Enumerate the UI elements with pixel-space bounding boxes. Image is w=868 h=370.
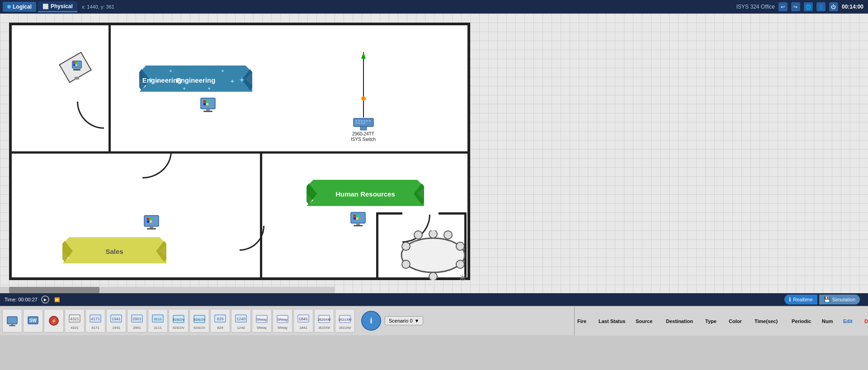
- svg-text:3111: 3111: [154, 317, 162, 321]
- svg-rect-16: [366, 120, 368, 122]
- scenario-dropdown[interactable]: Scenario 0 ▼: [385, 316, 423, 325]
- svg-point-48: [456, 242, 464, 250]
- toolbar-btn-2[interactable]: SW: [23, 309, 43, 333]
- col-num: Num: [822, 318, 838, 324]
- svg-text:2901: 2901: [132, 317, 142, 321]
- svg-rect-42: [354, 217, 356, 220]
- toolbar-btn-6[interactable]: 1941 1941: [106, 309, 126, 333]
- toolbar-btn-13[interactable]: 5Relay 5Relay: [252, 309, 272, 333]
- play-button[interactable]: ▶: [41, 295, 49, 304]
- toolbar-btn-7[interactable]: 2901 2901: [127, 309, 147, 333]
- pdu-icon-symbol: i: [370, 316, 372, 326]
- svg-rect-25: [203, 111, 212, 112]
- svg-rect-40: [354, 215, 356, 217]
- svg-text:✦: ✦: [221, 68, 225, 74]
- svg-text:2621XM: 2621XM: [339, 318, 351, 322]
- user-icon[interactable]: 👤: [816, 2, 826, 11]
- simulation-mode-button[interactable]: 💾 Simulation: [819, 295, 860, 304]
- toolbar-btn-16[interactable]: 2620XM 2620XM: [314, 309, 334, 333]
- svg-rect-41: [356, 215, 359, 217]
- toolbar-btn-14[interactable]: 5Relay 5Relay: [273, 309, 292, 333]
- col-delete[interactable]: Delete: [864, 318, 868, 324]
- svg-text:4321: 4321: [70, 317, 79, 321]
- svg-rect-20: [361, 122, 363, 124]
- svg-rect-31: [150, 226, 153, 228]
- svg-text:2620XM: 2620XM: [318, 318, 330, 322]
- horizontal-scrollbar[interactable]: [0, 287, 335, 293]
- toolbar-btn-3[interactable]: ⚡: [44, 309, 64, 333]
- toolbar-btn-1[interactable]: [2, 309, 22, 333]
- svg-rect-27: [206, 100, 208, 103]
- toolbar-icon-4: 4321: [68, 312, 81, 325]
- realtime-icon: ℹ: [789, 296, 791, 303]
- toolbar-icon-6: 1941: [110, 312, 123, 325]
- svg-rect-75: [11, 324, 14, 325]
- svg-rect-22: [360, 126, 367, 130]
- toolbar-icon-5: 4171: [89, 312, 102, 325]
- col-periodic: Periodic: [792, 318, 816, 324]
- svg-rect-38: [356, 223, 360, 225]
- wall-v2: [260, 151, 262, 280]
- network-icon[interactable]: 🌐: [804, 2, 813, 11]
- toolbar-icon-2: SW: [27, 314, 39, 327]
- event-table-header: Fire Last Status Source Destination Type…: [574, 306, 868, 336]
- fast-forward-button[interactable]: ⏩: [53, 295, 61, 304]
- svg-text:5Relay: 5Relay: [257, 318, 267, 322]
- pc-sales-icon: [142, 215, 162, 234]
- svg-text:✦: ✦: [169, 68, 173, 74]
- toolbar-btn-9[interactable]: 8191OV 8191OV: [169, 309, 189, 333]
- svg-rect-13: [358, 120, 360, 122]
- toolbar-btn-17[interactable]: 2621XM 2621XM: [335, 309, 355, 333]
- toolbar-icon-1: [6, 314, 19, 327]
- svg-text:SW: SW: [29, 318, 37, 323]
- pc-sales[interactable]: [142, 215, 162, 234]
- toolbar-btn-5[interactable]: 4171 4171: [85, 309, 105, 333]
- canvas-area: 2960-24TT ISYS Switch: [0, 14, 868, 293]
- toolbar-btn-8[interactable]: 3111 3111: [148, 309, 168, 333]
- tab-physical[interactable]: ⬜ Physical: [38, 1, 77, 12]
- sales-banner-svg: Sales: [62, 237, 166, 263]
- tab-logical-label: Logical: [13, 4, 32, 10]
- toolbar-icon-7: 2901: [131, 312, 143, 325]
- sales-banner: Sales: [62, 237, 166, 265]
- svg-rect-21: [363, 122, 365, 124]
- toolbar-icon-8: 3111: [151, 312, 164, 325]
- svg-text:Human Resources: Human Resources: [335, 190, 395, 198]
- bottombar: Time: 00:00:27 ▶ ⏩ ℹ Realtime 💾 Simulati…: [0, 293, 868, 306]
- svg-text:1941: 1941: [112, 317, 121, 321]
- svg-rect-36: [150, 220, 152, 223]
- svg-rect-5: [75, 62, 77, 64]
- toolbar-icon-14: 5Relay: [276, 313, 289, 325]
- toolbar-icon-17: 2621XM: [339, 313, 351, 325]
- chevron-down-icon: ▼: [415, 318, 420, 323]
- hr-banner-svg: Human Resources: [307, 180, 424, 206]
- toolbar-icon-9: 8191OV: [172, 313, 185, 325]
- svg-text:829: 829: [217, 317, 223, 321]
- toolbar-btn-12[interactable]: 1240 1240: [231, 309, 251, 333]
- pdu-icon[interactable]: i: [361, 311, 381, 331]
- toolbar-icon-11: 829: [214, 312, 226, 325]
- svg-point-52: [444, 231, 452, 239]
- scrollbar-thumb[interactable]: [9, 287, 99, 293]
- forward-button[interactable]: ↪: [791, 2, 800, 11]
- back-button[interactable]: ↩: [778, 2, 788, 11]
- power-icon[interactable]: ⏻: [829, 2, 838, 11]
- toolbar-btn-10[interactable]: 8191OV 8191OV: [189, 309, 209, 333]
- col-edit[interactable]: Edit: [843, 318, 859, 324]
- toolbar-btn-15[interactable]: 1841 1841: [293, 309, 313, 333]
- pc-hr[interactable]: [349, 211, 369, 231]
- toolbar-btn-4[interactable]: 4321 4321: [65, 309, 85, 333]
- svg-text:Engineering: Engineering: [176, 76, 216, 84]
- main-toolbar: SW ⚡ 4321 4321 4171 4171 1941 1941 2901 …: [0, 306, 868, 335]
- pc-engineering[interactable]: [199, 97, 219, 117]
- svg-text:Sales: Sales: [105, 248, 123, 255]
- engineering-banner-svg: ✦ ✦ ✦ ✦ ✦ ✦ ✦ ✦ Engineering Engineering: [139, 66, 252, 92]
- wall-h2: [260, 151, 468, 154]
- switch-device[interactable]: 2960-24TT ISYS Switch: [351, 117, 376, 142]
- tab-logical[interactable]: Logical: [3, 2, 36, 12]
- toolbar-btn-11[interactable]: 829 829: [210, 309, 230, 333]
- toolbar-icon-10: 8191OV: [193, 313, 206, 325]
- svg-rect-34: [150, 218, 152, 220]
- realtime-mode-button[interactable]: ℹ Realtime: [784, 295, 817, 304]
- svg-rect-35: [147, 220, 149, 223]
